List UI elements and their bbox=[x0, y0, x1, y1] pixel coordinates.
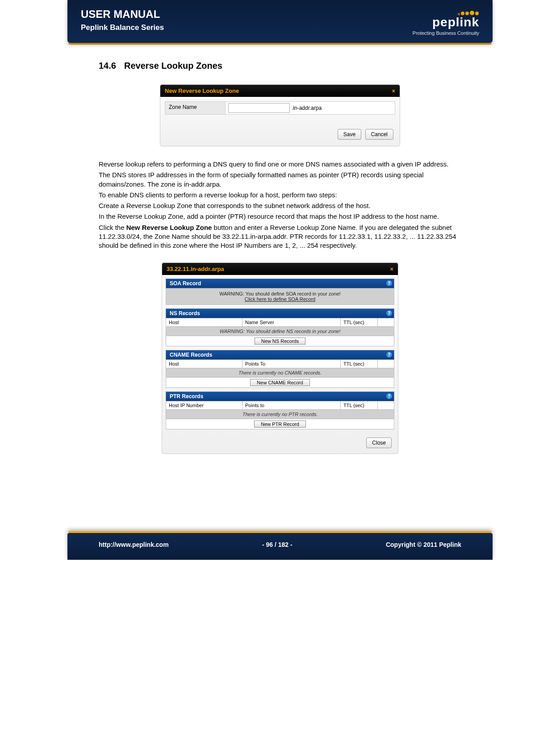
close-icon[interactable]: × bbox=[392, 87, 395, 94]
help-icon[interactable]: ? bbox=[386, 310, 392, 316]
new-ptr-button[interactable]: New PTR Record bbox=[254, 421, 306, 428]
new-cname-button[interactable]: New CNAME Record bbox=[250, 379, 309, 386]
dialog-title: New Reverse Lookup Zone bbox=[165, 87, 239, 94]
save-button[interactable]: Save bbox=[338, 129, 361, 140]
zone-dialog-header: 33.22.11.in-addr.arpa × bbox=[162, 263, 398, 275]
footer-copyright: Copyright © 2011 Peplink bbox=[386, 541, 461, 548]
ns-section-header: NS Records? bbox=[166, 308, 394, 318]
paragraph: To enable DNS clients to perform a rever… bbox=[99, 191, 461, 200]
section-title: Reverse Lookup Zones bbox=[124, 61, 222, 71]
cname-section-header: CNAME Records? bbox=[166, 350, 394, 360]
zone-name-row: Zone Name .in-addr.arpa bbox=[165, 101, 395, 115]
paragraph: Click the New Reverse Lookup Zone button… bbox=[99, 223, 461, 250]
paragraph: In the Reverse Lookup Zone, add a pointe… bbox=[99, 212, 461, 221]
new-reverse-zone-dialog: New Reverse Lookup Zone × Zone Name .in-… bbox=[160, 84, 400, 146]
cancel-button[interactable]: Cancel bbox=[365, 129, 393, 140]
section-number: 14.6 bbox=[99, 61, 116, 71]
footer-page: - 96 / 182 - bbox=[262, 541, 293, 548]
paragraph: Reverse lookup refers to performing a DN… bbox=[99, 160, 461, 169]
page-footer: http://www.peplink.com - 96 / 182 - Copy… bbox=[67, 531, 493, 560]
brand-tagline: Protecting Business Continuity bbox=[413, 30, 479, 36]
ns-header-row: HostName ServerTTL (sec) bbox=[166, 318, 394, 327]
zone-detail-dialog: 33.22.11.in-addr.arpa × SOA Record? WARN… bbox=[162, 262, 398, 454]
paragraph: The DNS stores IP addresses in the form … bbox=[99, 171, 461, 189]
brand-logo: peplink Protecting Business Continuity bbox=[413, 9, 479, 36]
cname-header-row: HostPoints ToTTL (sec) bbox=[166, 360, 394, 368]
ptr-section-header: PTR Records? bbox=[166, 391, 394, 401]
section-heading: 14.6Reverse Lookup Zones bbox=[99, 61, 461, 71]
ptr-header-row: Host IP NumberPoints toTTL (sec) bbox=[166, 401, 394, 410]
page-header: USER MANUAL Peplink Balance Series pepli… bbox=[67, 0, 493, 43]
help-icon[interactable]: ? bbox=[386, 352, 392, 358]
close-button[interactable]: Close bbox=[366, 437, 392, 448]
footer-url: http://www.peplink.com bbox=[99, 541, 169, 548]
dialog-header: New Reverse Lookup Zone × bbox=[160, 85, 400, 97]
zone-dialog-title: 33.22.11.in-addr.arpa bbox=[167, 266, 224, 272]
close-icon[interactable]: × bbox=[390, 266, 393, 272]
help-icon[interactable]: ? bbox=[386, 393, 392, 399]
zone-name-label: Zone Name bbox=[165, 102, 226, 114]
zone-suffix: .in-addr.arpa bbox=[292, 105, 322, 111]
paragraph: Create a Reverse Lookup Zone that corres… bbox=[99, 201, 461, 210]
define-soa-link[interactable]: Click here to define SOA Record bbox=[169, 296, 391, 302]
zone-name-input[interactable] bbox=[228, 103, 290, 113]
new-ns-button[interactable]: New NS Records bbox=[255, 337, 305, 345]
help-icon[interactable]: ? bbox=[386, 280, 392, 286]
cname-empty: There is currently no CNAME records. bbox=[166, 368, 394, 378]
soa-warning: WARNING: You should define SOA record in… bbox=[166, 288, 394, 305]
brand-name: peplink bbox=[413, 15, 479, 29]
logo-dots-icon bbox=[413, 9, 479, 16]
soa-section-header: SOA Record? bbox=[166, 279, 394, 288]
ptr-empty: There is currently no PTR records. bbox=[166, 410, 394, 419]
ns-warning: WARNING: You should define NS records in… bbox=[166, 327, 394, 336]
